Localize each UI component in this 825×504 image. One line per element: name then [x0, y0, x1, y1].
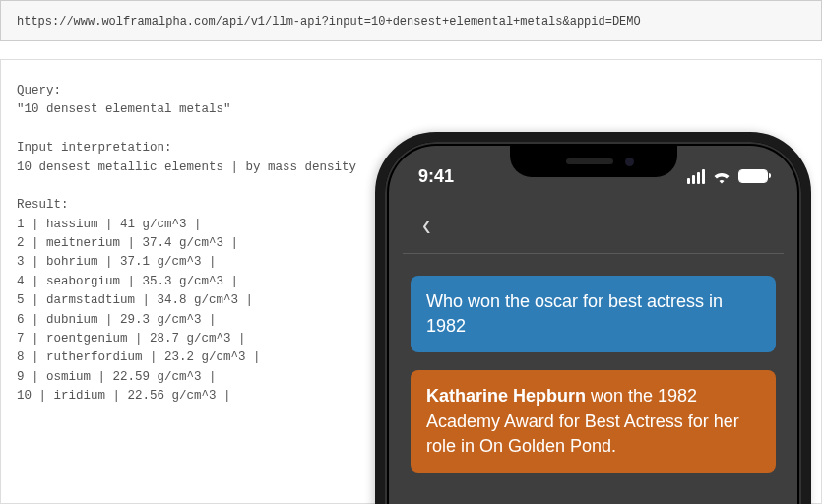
result-row: 1 | hassium | 41 g/cm^3 | [17, 218, 202, 231]
battery-icon [738, 169, 768, 183]
speaker-grille [566, 158, 613, 164]
wifi-icon [712, 168, 731, 184]
chat-messages: Who won the oscar for best actress in 19… [389, 254, 797, 494]
result-row: 6 | dubnium | 29.3 g/cm^3 | [17, 313, 217, 327]
api-url-text: https://www.wolframalpha.com/api/v1/llm-… [17, 15, 641, 29]
result-label: Result: [17, 198, 69, 212]
assistant-bold-name: Katharine Hepburn [426, 386, 586, 406]
interp-value: 10 densest metallic elements | by mass d… [17, 160, 356, 174]
result-row: 8 | rutherfordium | 23.2 g/cm^3 | [17, 350, 261, 364]
cellular-signal-icon [685, 169, 705, 184]
user-message-bubble[interactable]: Who won the oscar for best actress in 19… [411, 276, 776, 352]
user-message-text: Who won the oscar for best actress in 19… [426, 291, 723, 336]
result-row: 10 | iridium | 22.56 g/cm^3 | [17, 389, 231, 403]
nav-bar: ‹ [403, 199, 784, 254]
result-row: 4 | seaborgium | 35.3 g/cm^3 | [17, 275, 238, 288]
status-time: 9:41 [418, 166, 454, 187]
back-button[interactable]: ‹ [422, 204, 431, 243]
result-row: 3 | bohrium | 37.1 g/cm^3 | [17, 255, 217, 269]
api-url-box: https://www.wolframalpha.com/api/v1/llm-… [0, 0, 822, 41]
result-row: 9 | osmium | 22.59 g/cm^3 | [17, 370, 217, 384]
front-camera [625, 158, 634, 166]
interp-label: Input interpretation: [17, 141, 172, 155]
phone-screen: 9:41 ‹ Who won the oscar for best actres… [389, 146, 797, 504]
result-row: 7 | roentgenium | 28.7 g/cm^3 | [17, 332, 246, 346]
phone-notch [510, 146, 677, 177]
result-row: 2 | meitnerium | 37.4 g/cm^3 | [17, 236, 238, 250]
assistant-message-bubble[interactable]: Katharine Hepburn won the 1982 Academy A… [411, 370, 776, 472]
query-label: Query: [17, 84, 61, 97]
status-icons [685, 168, 768, 184]
phone-frame: 9:41 ‹ Who won the oscar for best actres… [375, 132, 811, 504]
result-row: 5 | darmstadtium | 34.8 g/cm^3 | [17, 293, 253, 307]
query-value: "10 densest elemental metals" [17, 102, 231, 116]
